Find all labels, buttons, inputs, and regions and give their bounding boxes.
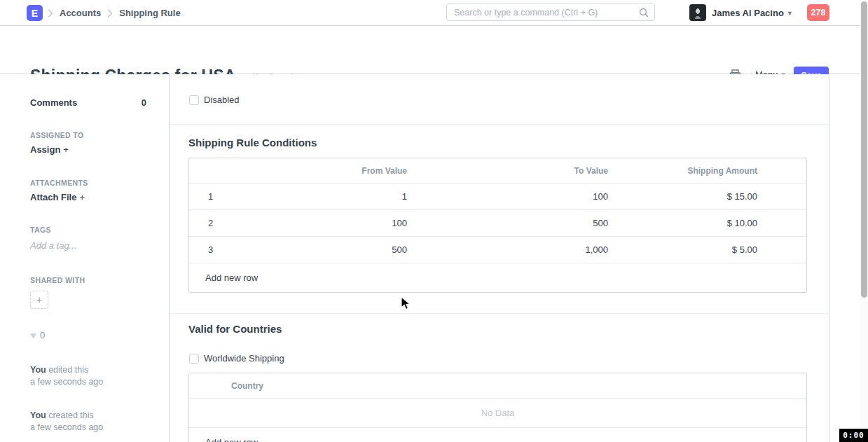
comments-link[interactable]: Comments 0 xyxy=(30,97,146,108)
section-conditions: Shipping Rule Conditions From Value To V… xyxy=(170,125,829,314)
comments-count: 0 xyxy=(142,97,146,108)
cell-to-value[interactable]: 500 xyxy=(414,218,615,228)
conditions-heading: Shipping Rule Conditions xyxy=(188,137,317,149)
worldwide-shipping-checkbox[interactable] xyxy=(189,354,199,364)
navbar: E Accounts Shipping Rule James Al Pacino… xyxy=(0,0,860,26)
assign-button[interactable]: Assign+ xyxy=(30,144,69,155)
shared-with-heading: SHARED WITH xyxy=(30,276,85,284)
section-options: Disabled xyxy=(170,74,829,125)
activity-when: a few seconds ago xyxy=(30,422,103,432)
breadcrumb-shipping-rule[interactable]: Shipping Rule xyxy=(119,8,180,18)
add-new-row-button[interactable]: Add new row xyxy=(205,437,258,442)
notification-badge[interactable]: 278 xyxy=(807,4,829,21)
search-icon[interactable] xyxy=(639,8,649,18)
activity-who: You xyxy=(30,410,46,420)
activity-edited: You edited this a few seconds ago xyxy=(30,364,103,388)
countries-table-header: Country xyxy=(189,373,806,398)
worldwide-shipping-label: Worldwide Shipping xyxy=(204,353,284,364)
header-from-value: From Value xyxy=(231,166,414,176)
table-row[interactable]: 2 100 500 $ 10.00 xyxy=(189,209,806,236)
caret-down-icon: ▾ xyxy=(788,9,792,17)
activity-created: You created this a few seconds ago xyxy=(30,410,103,434)
header-shipping-amount: Shipping Amount xyxy=(615,166,806,176)
conditions-table: From Value To Value Shipping Amount 1 1 … xyxy=(188,158,807,293)
no-data-row: No Data xyxy=(189,398,806,427)
row-index: 3 xyxy=(189,244,231,255)
countries-table-footer: Add new row xyxy=(189,427,806,442)
form-body: Disabled Shipping Rule Conditions From V… xyxy=(170,74,829,442)
recording-timer: 0:00 xyxy=(839,429,868,442)
add-new-row-button[interactable]: Add new row xyxy=(205,272,258,283)
cell-to-value[interactable]: 100 xyxy=(414,191,615,202)
user-menu[interactable]: James Al Pacino ▾ xyxy=(712,0,792,26)
cell-to-value[interactable]: 1,000 xyxy=(414,244,615,255)
section-countries: Valid for Countries Worldwide Shipping C… xyxy=(170,314,829,442)
worldwide-checkbox-row: Worldwide Shipping xyxy=(189,353,284,364)
attachments-heading: ATTACHMENTS xyxy=(30,179,88,187)
app-window: E Accounts Shipping Rule James Al Pacino… xyxy=(0,0,868,442)
row-index: 1 xyxy=(189,191,231,202)
user-avatar[interactable] xyxy=(689,4,706,21)
share-add-button[interactable]: + xyxy=(30,291,48,309)
cell-shipping-amount[interactable]: $ 10.00 xyxy=(615,218,806,228)
attach-file-button[interactable]: Attach File+ xyxy=(30,192,85,202)
attach-file-label: Attach File xyxy=(30,192,76,202)
assigned-to-heading: ASSIGNED TO xyxy=(30,131,84,139)
plus-icon: + xyxy=(36,294,42,305)
like-count: 0 xyxy=(40,330,45,340)
global-search xyxy=(446,4,655,21)
scrollbar-thumb[interactable] xyxy=(861,1,867,298)
cell-shipping-amount[interactable]: $ 15.00 xyxy=(615,191,806,202)
page-head: Shipping Charges for USA Not Saved Menu … xyxy=(0,26,860,74)
breadcrumb: Accounts Shipping Rule xyxy=(48,0,181,26)
heart-icon: ♥ xyxy=(30,330,36,340)
plus-icon: + xyxy=(63,144,69,155)
disabled-label: Disabled xyxy=(204,95,240,105)
breadcrumb-accounts[interactable]: Accounts xyxy=(60,8,101,18)
header-country: Country xyxy=(231,381,806,391)
row-index: 2 xyxy=(189,218,231,228)
activity-when: a few seconds ago xyxy=(30,377,103,387)
activity-what: edited this xyxy=(48,365,88,375)
table-row[interactable]: 3 500 1,000 $ 5.00 xyxy=(189,236,806,263)
header-to-value: To Value xyxy=(414,166,615,176)
add-tag-input[interactable]: Add a tag... xyxy=(30,240,77,251)
tags-heading: TAGS xyxy=(30,226,51,234)
cell-from-value[interactable]: 100 xyxy=(231,218,414,228)
form-sidebar: Comments 0 ASSIGNED TO Assign+ ATTACHMEN… xyxy=(0,74,170,442)
cell-from-value[interactable]: 1 xyxy=(231,191,414,202)
conditions-table-header: From Value To Value Shipping Amount xyxy=(189,158,806,183)
disabled-checkbox[interactable] xyxy=(189,95,199,105)
activity-what: created this xyxy=(48,410,94,420)
chevron-right-icon xyxy=(48,9,53,18)
cell-from-value[interactable]: 500 xyxy=(231,244,414,255)
countries-table: Country No Data Add new row xyxy=(188,373,807,442)
assign-label: Assign xyxy=(30,144,60,155)
disabled-checkbox-row: Disabled xyxy=(189,95,240,105)
app-logo[interactable]: E xyxy=(27,5,43,21)
countries-heading: Valid for Countries xyxy=(188,323,282,335)
conditions-table-footer: Add new row xyxy=(189,263,806,292)
search-input[interactable] xyxy=(447,8,639,18)
table-row[interactable]: 1 1 100 $ 15.00 xyxy=(189,183,806,209)
like-widget[interactable]: ♥ 0 xyxy=(30,330,45,340)
chevron-right-icon xyxy=(107,9,113,18)
user-name: James Al Pacino xyxy=(712,8,784,18)
cell-shipping-amount[interactable]: $ 5.00 xyxy=(615,244,806,255)
activity-who: You xyxy=(30,365,46,375)
comments-label: Comments xyxy=(30,97,77,108)
mouse-cursor xyxy=(401,296,412,315)
plus-icon: + xyxy=(79,192,85,202)
